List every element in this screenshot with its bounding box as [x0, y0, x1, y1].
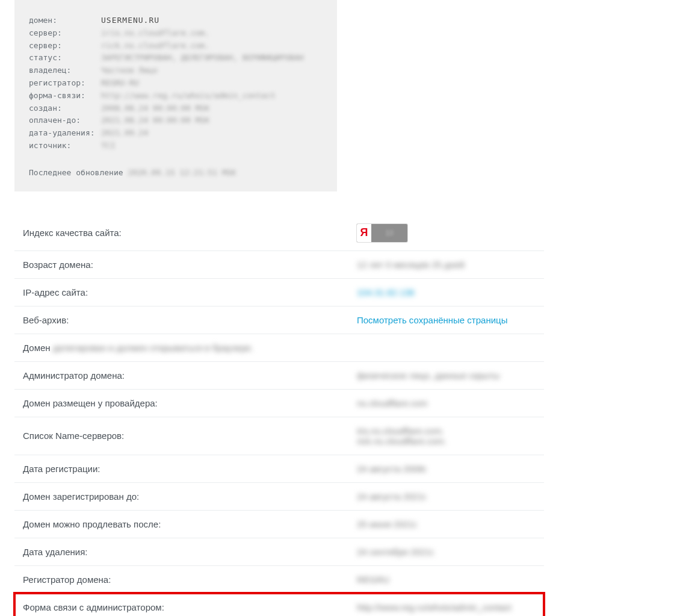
label-admin-contact-form: Форма связи с администратором: — [23, 602, 357, 612]
label-deletion-date: Дата удаления: — [23, 547, 357, 557]
label-domain-admin: Администратор домена: — [23, 370, 357, 381]
whois-row-value: iris.ns.cloudflare.com. — [101, 27, 209, 40]
whois-row: регистратор:REGRU-RU — [29, 77, 323, 90]
whois-row: источник:TCI — [29, 140, 323, 152]
value-admin-contact-form: http://www.reg.ru/whois/admin_contact — [357, 602, 536, 612]
whois-row-label: дата-удаления: — [29, 127, 101, 140]
row-name-servers: Список Name-серверов: iris.ns.cloudflare… — [14, 417, 544, 455]
value-name-servers: iris.ns.cloudflare.com. rick.ns.cloudfla… — [357, 426, 536, 446]
value-quality-index: Я 10 — [357, 224, 536, 242]
row-domain-age: Возраст домена: 12 лет 0 месяцев 25 дней — [14, 250, 544, 278]
value-domain-admin: физическое лицо, данные скрыты — [357, 370, 536, 381]
row-renew-after: Домен можно продлевать после: 25 июня 20… — [14, 510, 544, 538]
row-domain-admin: Администратор домена: физическое лицо, д… — [14, 361, 544, 389]
row-admin-contact-form: Форма связи с администратором: http://ww… — [14, 593, 544, 616]
value-deletion-date: 24 сентября 2021г. — [357, 547, 536, 557]
row-quality-index: Индекс качества сайта: Я 10 — [14, 216, 544, 250]
value-registered-until: 24 августа 2021г. — [357, 491, 536, 502]
whois-row: дата-удаления:2021.09.24 — [29, 127, 323, 140]
label-quality-index: Индекс качества сайта: — [23, 228, 357, 238]
value-ip-address[interactable]: 104.31.82.136 — [357, 287, 536, 297]
whois-row-value: Частное Лицо — [101, 64, 158, 77]
row-ip-address: IP-адрес сайта: 104.31.82.136 — [14, 278, 544, 306]
whois-row-value: REGRU-RU — [101, 77, 139, 90]
whois-row: статус:ЗАРЕГИСТРИРОВАН, ДЕЛЕГИРОВАН, ВЕР… — [29, 52, 323, 64]
row-registration-date: Дата регистрации: 24 августа 2008г. — [14, 455, 544, 482]
yandex-logo-letter: Я — [357, 224, 371, 242]
label-registration-date: Дата регистрации: — [23, 464, 357, 474]
whois-row-value: http://www.reg.ru/whois/admin_contact — [101, 90, 276, 102]
whois-row-label: владелец: — [29, 64, 101, 77]
whois-row-value: TCI — [101, 140, 115, 152]
whois-row-label: сервер: — [29, 40, 101, 52]
label-provider: Домен размещен у провайдера: — [23, 398, 357, 408]
whois-row-label: форма-связи: — [29, 90, 101, 102]
whois-panel: домен:USERMENU.RUсервер:iris.ns.cloudfla… — [14, 0, 337, 191]
whois-row: владелец:Частное Лицо — [29, 64, 323, 77]
whois-row: домен:USERMENU.RU — [29, 14, 323, 27]
label-renew-after: Домен можно продлевать после: — [23, 519, 357, 529]
label-web-archive: Веб-архив: — [23, 315, 357, 325]
row-provider: Домен размещен у провайдера: ns.cloudfla… — [14, 389, 544, 417]
whois-row-value: ЗАРЕГИСТРИРОВАН, ДЕЛЕГИРОВАН, ВЕРИФИЦИРО… — [101, 52, 304, 64]
whois-row-label: оплачен-до: — [29, 114, 101, 127]
domain-info-table: Индекс качества сайта: Я 10 Возраст доме… — [14, 216, 544, 616]
whois-row-label: создан: — [29, 102, 101, 115]
whois-row: сервер:rick.ns.cloudflare.com. — [29, 40, 323, 52]
row-delegation-status: Домен делегирован и должен открываться в… — [14, 334, 544, 361]
value-provider: ns.cloudflare.com — [357, 398, 536, 408]
whois-row-label: домен: — [29, 14, 101, 27]
whois-row-value: rick.ns.cloudflare.com. — [101, 40, 209, 52]
whois-update-date: 2020.09.15 12:21:51 MSK — [128, 167, 236, 179]
whois-last-update: Последнее обновление 2020.09.15 12:21:51… — [29, 167, 323, 179]
value-domain-age: 12 лет 0 месяцев 25 дней — [357, 260, 536, 270]
yandex-badge[interactable]: Я 10 — [357, 224, 407, 242]
whois-row-label: сервер: — [29, 27, 101, 40]
value-renew-after: 25 июня 2021г. — [357, 519, 536, 529]
label-domain-age: Возраст домена: — [23, 260, 357, 270]
whois-row: сервер:iris.ns.cloudflare.com. — [29, 27, 323, 40]
row-web-archive: Веб-архив: Посмотреть сохранённые страни… — [14, 306, 544, 334]
ns-value-1: iris.ns.cloudflare.com. — [357, 426, 536, 436]
whois-row-value: 2021.09.24 — [101, 127, 148, 140]
row-registrar: Регистратор домена: REGRU — [14, 565, 544, 593]
whois-row-value: 2021.08.24 00:00:00 MSK — [101, 114, 209, 127]
label-delegated-prefix: Домен — [23, 343, 51, 353]
label-registered-until: Домен зарегистрирован до: — [23, 491, 357, 502]
link-web-archive[interactable]: Посмотреть сохранённые страницы — [357, 315, 536, 325]
whois-row-label: регистратор: — [29, 77, 101, 90]
whois-row-value: 2008.08.24 00:00:00 MSK — [101, 102, 209, 115]
whois-row-label: статус: — [29, 52, 101, 64]
ns-value-2: rick.ns.cloudflare.com. — [357, 436, 536, 446]
value-registration-date: 24 августа 2008г. — [357, 464, 536, 474]
label-name-servers: Список Name-серверов: — [23, 431, 357, 441]
whois-update-prefix: Последнее обновление — [29, 167, 123, 179]
row-registered-until: Домен зарегистрирован до: 24 августа 202… — [14, 482, 544, 510]
whois-row: создан:2008.08.24 00:00:00 MSK — [29, 102, 323, 115]
yandex-score: 10 — [371, 224, 407, 242]
whois-row: форма-связи:http://www.reg.ru/whois/admi… — [29, 90, 323, 102]
label-ip-address: IP-адрес сайта: — [23, 287, 357, 297]
value-registrar: REGRU — [357, 574, 536, 585]
label-registrar: Регистратор домена: — [23, 574, 357, 585]
whois-row: оплачен-до:2021.08.24 00:00:00 MSK — [29, 114, 323, 127]
whois-row-label: источник: — [29, 140, 101, 152]
whois-row-value: USERMENU.RU — [101, 14, 159, 27]
row-deletion-date: Дата удаления: 24 сентября 2021г. — [14, 538, 544, 565]
value-delegated: делегирован и должен открываться в брауз… — [53, 343, 253, 353]
